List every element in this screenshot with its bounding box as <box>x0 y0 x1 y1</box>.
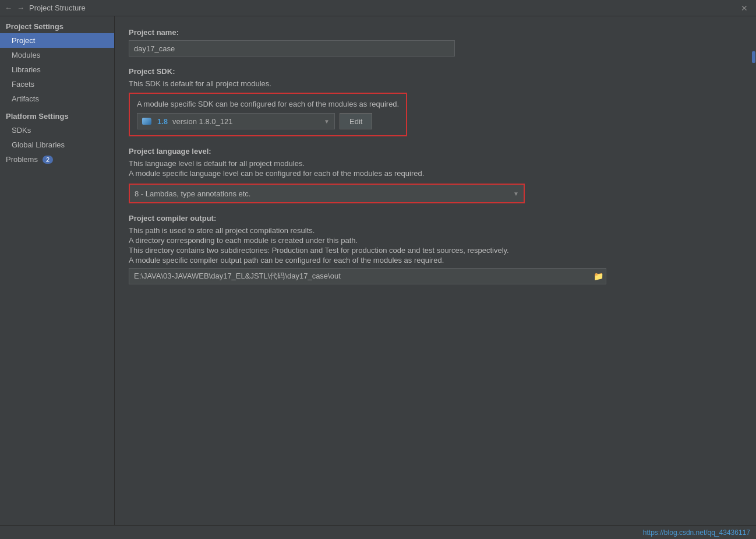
sdk-row: 1.8 version 1.8.0_121 ▼ Edit <box>137 113 399 129</box>
sidebar-item-artifacts[interactable]: Artifacts <box>0 91 114 106</box>
sidebar-item-global-libraries[interactable]: Global Libraries <box>0 138 114 152</box>
sdk-dropdown-arrow-icon: ▼ <box>324 118 330 125</box>
nav-arrows: ← → <box>5 3 24 12</box>
problems-label: Problems <box>6 155 38 164</box>
title-bar: ← → Project Structure ✕ <box>0 0 756 16</box>
problems-badge: 2 <box>43 156 53 164</box>
bottom-url[interactable]: https://blog.csdn.net/qq_43436117 <box>643 529 750 537</box>
right-accent-bar <box>751 16 756 525</box>
sidebar: Project Settings Project Modules Librari… <box>0 16 115 525</box>
language-dropdown-box: 8 - Lambdas, type annotations etc. ▼ <box>129 184 525 203</box>
sdk-edit-button[interactable]: Edit <box>340 113 372 129</box>
sidebar-item-libraries[interactable]: Libraries <box>0 62 114 77</box>
language-level-label: Project language level: <box>129 147 737 156</box>
language-dropdown-arrow-icon: ▼ <box>513 191 519 197</box>
accent-dot <box>752 51 755 63</box>
compiler-desc2: A directory corresponding to each module… <box>129 236 737 245</box>
dialog-title: Project Structure <box>29 3 737 12</box>
language-dropdown[interactable]: 8 - Lambdas, type annotations etc. ▼ <box>130 185 524 202</box>
sdk-red-border: A module specific SDK can be configured … <box>129 93 407 136</box>
project-sdk-section: Project SDK: This SDK is default for all… <box>129 67 737 136</box>
back-button[interactable]: ← <box>5 3 12 12</box>
sdk-version-full: version 1.8.0_121 <box>172 117 232 126</box>
compiler-output-label: Project compiler output: <box>129 214 737 223</box>
sdk-dropdown[interactable]: 1.8 version 1.8.0_121 ▼ <box>137 113 335 129</box>
compiler-desc3: This directory contains two subdirectori… <box>129 246 737 255</box>
forward-button[interactable]: → <box>17 3 24 12</box>
content-area: Project name: Project SDK: This SDK is d… <box>115 16 751 525</box>
project-settings-header: Project Settings <box>0 16 114 33</box>
project-name-section: Project name: <box>129 28 737 57</box>
compiler-desc1: This path is used to store all project c… <box>129 226 737 235</box>
close-button[interactable]: ✕ <box>737 2 751 14</box>
project-name-input[interactable] <box>129 40 455 57</box>
sdk-desc1: This SDK is default for all project modu… <box>129 79 737 88</box>
sidebar-item-problems[interactable]: Problems 2 <box>0 152 114 167</box>
sdk-desc2: A module specific SDK can be configured … <box>137 100 399 108</box>
main-layout: Project Settings Project Modules Librari… <box>0 16 756 525</box>
sidebar-item-project[interactable]: Project <box>0 33 114 48</box>
project-name-label: Project name: <box>129 28 737 37</box>
compiler-desc4: A module specific compiler output path c… <box>129 256 737 265</box>
project-language-section: Project language level: This language le… <box>129 147 737 203</box>
compiler-output-path: E:\JAVA\03-JAVAWEB\day17_EL&JSTL\代码\day1… <box>134 271 594 281</box>
sidebar-item-facets[interactable]: Facets <box>0 77 114 91</box>
sdk-dropdown-content: 1.8 version 1.8.0_121 <box>142 117 232 126</box>
project-compiler-section: Project compiler output: This path is us… <box>129 214 737 284</box>
compiler-output-path-row: E:\JAVA\03-JAVAWEB\day17_EL&JSTL\代码\day1… <box>129 268 606 284</box>
language-desc1: This language level is default for all p… <box>129 159 737 168</box>
sdk-version-number: 1.8 <box>157 117 168 126</box>
sidebar-item-sdks[interactable]: SDKs <box>0 123 114 138</box>
project-sdk-label: Project SDK: <box>129 67 737 76</box>
sdk-folder-icon <box>142 118 151 125</box>
bottom-bar: https://blog.csdn.net/qq_43436117 <box>0 525 756 539</box>
platform-settings-header: Platform Settings <box>0 106 114 123</box>
compiler-output-folder-icon[interactable]: 📁 <box>594 272 603 281</box>
language-desc2: A module specific language level can be … <box>129 169 737 178</box>
sidebar-item-modules[interactable]: Modules <box>0 48 114 62</box>
language-level-value: 8 - Lambdas, type annotations etc. <box>135 189 250 198</box>
